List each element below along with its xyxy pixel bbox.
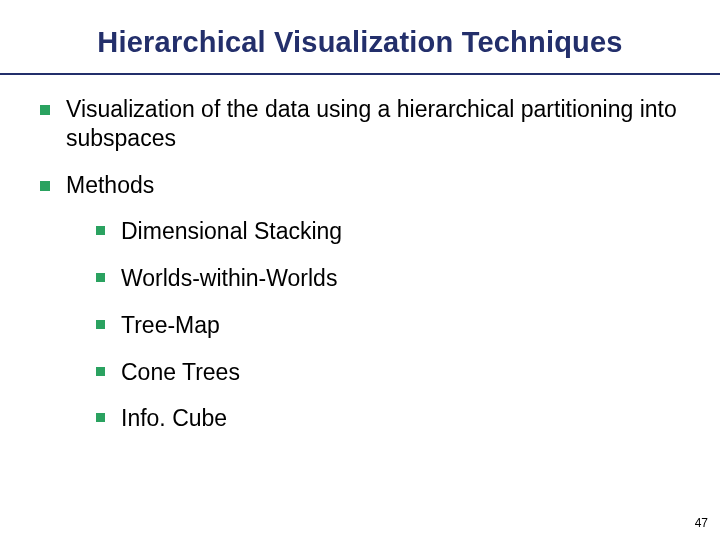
- square-bullet-icon: [96, 273, 105, 282]
- bullet-text: Visualization of the data using a hierar…: [66, 95, 684, 153]
- bullet-text: Methods: [66, 171, 684, 200]
- bullet-text: Cone Trees: [121, 358, 684, 387]
- bullet-item-methods: Methods: [40, 171, 684, 200]
- square-bullet-icon: [40, 181, 50, 191]
- sub-bullet-item: Info. Cube: [96, 404, 684, 433]
- slide-body: Visualization of the data using a hierar…: [0, 75, 720, 433]
- sub-bullet-item: Dimensional Stacking: [96, 217, 684, 246]
- slide: Hierarchical Visualization Techniques Vi…: [0, 0, 720, 540]
- sub-bullet-item: Worlds-within-Worlds: [96, 264, 684, 293]
- bullet-text: Worlds-within-Worlds: [121, 264, 684, 293]
- square-bullet-icon: [96, 367, 105, 376]
- sub-bullet-item: Tree-Map: [96, 311, 684, 340]
- bullet-text: Info. Cube: [121, 404, 684, 433]
- bullet-item-intro: Visualization of the data using a hierar…: [40, 95, 684, 153]
- bullet-text: Tree-Map: [121, 311, 684, 340]
- sub-bullet-item: Cone Trees: [96, 358, 684, 387]
- square-bullet-icon: [96, 413, 105, 422]
- bullet-text: Dimensional Stacking: [121, 217, 684, 246]
- page-number: 47: [695, 516, 708, 530]
- square-bullet-icon: [96, 226, 105, 235]
- square-bullet-icon: [96, 320, 105, 329]
- slide-title: Hierarchical Visualization Techniques: [0, 0, 720, 69]
- square-bullet-icon: [40, 105, 50, 115]
